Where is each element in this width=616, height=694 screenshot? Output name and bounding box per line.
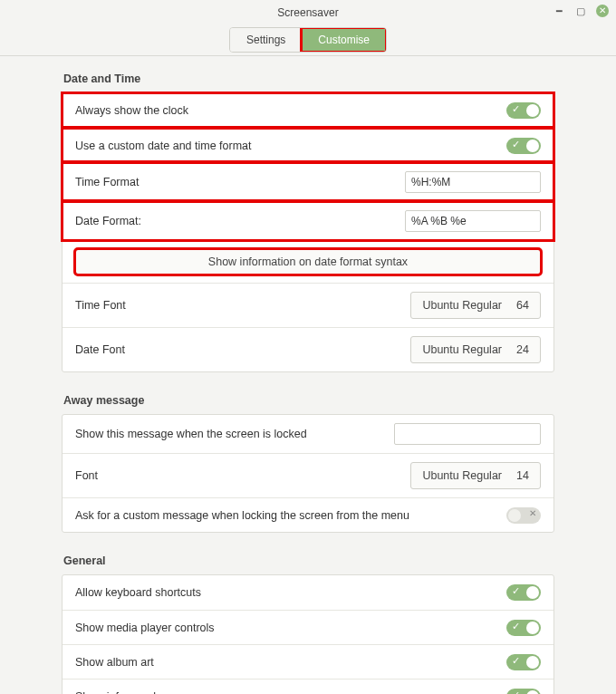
row-ask-custom-message: Ask for a custom message when locking th… bbox=[63, 497, 553, 532]
row-away-font: Font Ubuntu Regular 14 bbox=[63, 453, 553, 497]
input-time-format[interactable] bbox=[405, 171, 541, 193]
label-date-format: Date Format: bbox=[75, 215, 405, 227]
maximize-button[interactable]: ▢ bbox=[574, 5, 587, 17]
close-button[interactable]: ✕ bbox=[596, 5, 609, 17]
tabs: Settings Customise bbox=[229, 27, 387, 53]
panel-datetime: Always show the clock ✓ Use a custom dat… bbox=[62, 92, 554, 372]
label-use-custom-format: Use a custom date and time format bbox=[75, 140, 506, 152]
row-away-message: Show this message when the screen is loc… bbox=[63, 415, 553, 453]
label-away-font: Font bbox=[75, 469, 410, 482]
row-keyboard-shortcuts: Allow keyboard shortcuts ✓ bbox=[63, 575, 553, 610]
label-media-controls: Show media player controls bbox=[75, 622, 506, 634]
label-away-message: Show this message when the screen is loc… bbox=[75, 428, 394, 440]
panel-away: Show this message when the screen is loc… bbox=[62, 414, 554, 533]
label-info-panel: Show info panel bbox=[75, 690, 506, 695]
row-info-panel: Show info panel ✓ bbox=[63, 679, 553, 694]
label-date-font: Date Font bbox=[75, 343, 410, 356]
time-font-name: Ubuntu Regular bbox=[422, 299, 502, 312]
tab-customise[interactable]: Customise bbox=[302, 28, 386, 52]
row-time-font: Time Font Ubuntu Regular 64 bbox=[63, 283, 553, 327]
row-media-controls: Show media player controls ✓ bbox=[63, 610, 553, 644]
section-title-away: Away message bbox=[63, 394, 553, 407]
input-date-format[interactable] bbox=[405, 210, 541, 232]
toggle-keyboard-shortcuts[interactable]: ✓ bbox=[506, 584, 541, 601]
button-time-font[interactable]: Ubuntu Regular 64 bbox=[410, 292, 541, 319]
label-album-art: Show album art bbox=[75, 656, 506, 669]
window-controls: ━ ▢ ✕ bbox=[553, 5, 609, 17]
label-time-font: Time Font bbox=[75, 299, 410, 312]
button-show-format-info[interactable]: Show information on date format syntax bbox=[75, 249, 541, 275]
time-font-size: 64 bbox=[511, 299, 529, 312]
button-date-font[interactable]: Ubuntu Regular 24 bbox=[410, 336, 541, 363]
row-album-art: Show album art ✓ bbox=[63, 644, 553, 679]
label-always-show-clock: Always show the clock bbox=[75, 104, 506, 117]
input-away-message[interactable] bbox=[394, 423, 541, 445]
toggle-ask-custom-message[interactable]: ✓ bbox=[506, 507, 541, 524]
row-use-custom-format: Use a custom date and time format ✓ bbox=[63, 128, 553, 162]
titlebar: Screensaver ━ ▢ ✕ bbox=[0, 0, 616, 25]
toggle-album-art[interactable]: ✓ bbox=[506, 654, 541, 670]
content: Date and Time Always show the clock ✓ Us… bbox=[0, 56, 616, 694]
away-font-name: Ubuntu Regular bbox=[422, 469, 502, 482]
toggle-media-controls[interactable]: ✓ bbox=[506, 620, 541, 636]
row-date-font: Date Font Ubuntu Regular 24 bbox=[63, 327, 553, 371]
button-away-font[interactable]: Ubuntu Regular 14 bbox=[410, 462, 541, 489]
toggle-use-custom-format[interactable]: ✓ bbox=[506, 138, 541, 154]
tab-settings[interactable]: Settings bbox=[230, 28, 302, 52]
row-always-show-clock: Always show the clock ✓ bbox=[63, 93, 553, 128]
label-keyboard-shortcuts: Allow keyboard shortcuts bbox=[75, 586, 506, 599]
section-title-general: General bbox=[63, 554, 553, 567]
label-ask-custom-message: Ask for a custom message when locking th… bbox=[75, 509, 506, 522]
minimize-button[interactable]: ━ bbox=[553, 5, 565, 17]
toggle-info-panel[interactable]: ✓ bbox=[506, 689, 541, 695]
away-font-size: 14 bbox=[511, 469, 529, 482]
label-time-format: Time Format bbox=[75, 176, 405, 188]
section-title-datetime: Date and Time bbox=[63, 72, 553, 85]
row-time-format: Time Format bbox=[63, 162, 553, 201]
window-title: Screensaver bbox=[277, 6, 338, 19]
row-show-info: Show information on date format syntax bbox=[63, 240, 553, 283]
tab-bar: Settings Customise bbox=[0, 25, 616, 56]
row-date-format: Date Format: bbox=[63, 201, 553, 240]
date-font-name: Ubuntu Regular bbox=[422, 343, 502, 356]
panel-general: Allow keyboard shortcuts ✓ Show media pl… bbox=[62, 574, 554, 694]
toggle-always-show-clock[interactable]: ✓ bbox=[506, 102, 541, 119]
date-font-size: 24 bbox=[511, 343, 529, 356]
